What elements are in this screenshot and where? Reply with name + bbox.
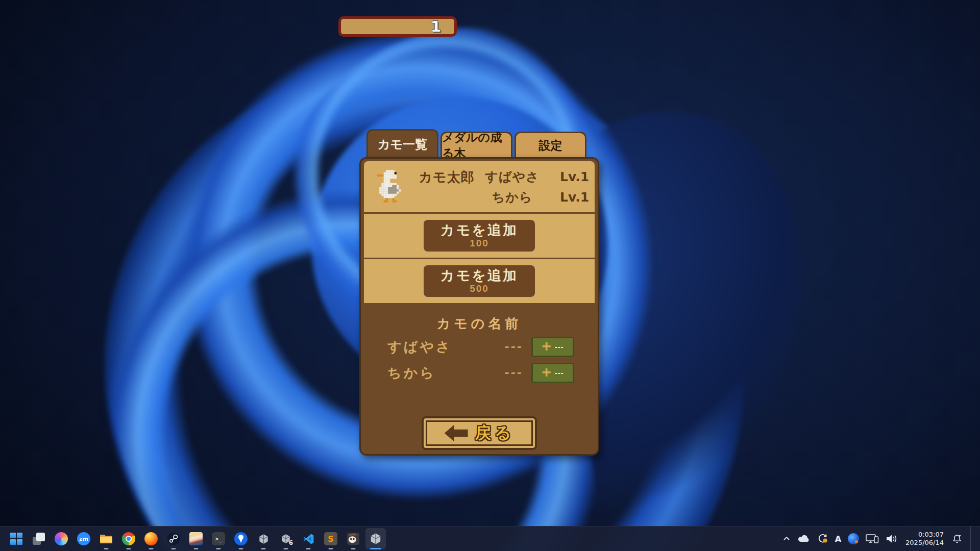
clock-time: 0:03:07 [905, 531, 944, 539]
running-indicator [216, 548, 221, 549]
volume-icon[interactable] [885, 529, 899, 549]
taskbar-icon-blue-pin-app[interactable] [230, 527, 252, 551]
add-duck-cost: 500 [470, 283, 489, 294]
plus-icon: + [542, 364, 551, 380]
system-tray: A 0:03:07 2025/06/14 [781, 527, 980, 551]
back-arrow-icon [445, 424, 468, 442]
clock[interactable]: 0:03:07 2025/06/14 [905, 531, 944, 547]
stat-label: ちから [478, 189, 547, 206]
taskbar-icon-file-explorer[interactable] [95, 527, 117, 551]
duck-counter-value: 1 [431, 18, 441, 35]
duck-name: カモ太郎 [415, 168, 478, 186]
taskbar-icon-terminal[interactable]: >_ [207, 527, 230, 551]
running-indicator [149, 548, 154, 549]
taskbar-icon-chrome[interactable] [117, 527, 140, 551]
tab-settings[interactable]: 設定 [514, 132, 586, 158]
duck-name-section: カモの名前 すばやさ---+---ちから---+--- 戻る [364, 305, 595, 450]
upgrade-button-value: --- [555, 342, 564, 351]
taskbar-icon-firefox[interactable] [140, 527, 162, 551]
duck-list-row[interactable]: カモ太郎 すばやさLv.1ちからLv.1 [364, 161, 595, 212]
running-indicator [172, 548, 176, 549]
taskbar-icon-vscode[interactable] [297, 527, 320, 551]
taskbar-icon-unity-6[interactable]: 6 [275, 527, 297, 551]
taskbar-icon-sublime-text[interactable]: S [320, 527, 342, 551]
show-desktop-button[interactable] [970, 527, 973, 551]
taskbar-icon-copilot[interactable] [50, 527, 72, 551]
onedrive-icon[interactable] [796, 529, 812, 549]
taskbar-icon-task-view[interactable] [28, 527, 50, 551]
running-indicator [284, 548, 288, 549]
taskbar-icon-gimp[interactable] [342, 527, 364, 551]
upgrade-cost-value: --- [505, 340, 523, 353]
running-indicator [351, 548, 356, 549]
upgrade-row: ちから---+--- [364, 361, 595, 385]
taskbar-icon-unity-hub[interactable] [252, 527, 275, 551]
hidden-icons-chevron-icon[interactable] [781, 529, 792, 549]
upgrade-button-power[interactable]: +--- [531, 363, 574, 383]
upgrade-stat-label: すばやさ [387, 338, 505, 356]
taskbar-icon-anime-app[interactable] [185, 527, 207, 551]
game-panel: カモ一覧メダルの成る木設定 カモ太郎 すばやさLv.1ちからLv.1 カモを追加… [359, 129, 599, 456]
taskbar-icon-unity-editor[interactable] [364, 527, 387, 551]
tray-color-sphere-icon[interactable] [847, 529, 860, 549]
duck-stat-row: ちからLv.1 [478, 189, 589, 206]
back-button[interactable]: 戻る [422, 416, 537, 450]
running-indicator [306, 548, 311, 549]
stat-level: Lv.1 [560, 190, 589, 205]
upgrade-stat-label: ちから [387, 364, 505, 382]
add-duck-cost: 100 [470, 238, 489, 249]
running-indicator [104, 548, 109, 549]
ime-mode-indicator[interactable]: A [834, 529, 842, 549]
upgrade-cost-value: --- [505, 366, 523, 379]
stat-upgrade-rows: すばやさ---+---ちから---+--- [364, 335, 595, 385]
add-duck-button-100[interactable]: カモを追加100 [424, 220, 535, 252]
tray-sync-icon[interactable] [816, 529, 829, 549]
svg-text:z: z [959, 534, 961, 538]
upgrade-button-speed[interactable]: +--- [531, 337, 574, 357]
duck-sprite-icon [377, 166, 403, 206]
add-duck-row: カモを追加100 [364, 214, 595, 258]
notification-bell-icon[interactable]: z [950, 529, 964, 549]
panel-tabs: カモ一覧メダルの成る木設定 [366, 129, 586, 158]
cast-display-icon[interactable] [865, 529, 880, 549]
duck-stat-row: すばやさLv.1 [478, 168, 589, 185]
section-title: カモの名前 [364, 315, 595, 333]
desktop: 1 カモ一覧メダルの成る木設定 カモ太郎 すばやさLv.1ちからLv.1 カモを… [0, 0, 980, 551]
add-duck-label: カモを追加 [440, 268, 518, 283]
add-duck-row: カモを追加500 [364, 259, 595, 303]
upgrade-button-value: --- [555, 368, 564, 377]
panel-body: カモ太郎 すばやさLv.1ちからLv.1 カモを追加100カモを追加500 カモ… [359, 157, 599, 456]
taskbar-icon-steam[interactable] [162, 527, 185, 551]
stat-label: すばやさ [478, 168, 547, 185]
add-duck-rows: カモを追加100カモを追加500 [364, 214, 595, 303]
running-indicator [329, 548, 333, 549]
plus-icon: + [542, 338, 551, 354]
add-duck-button-500[interactable]: カモを追加500 [424, 265, 535, 297]
add-duck-label: カモを追加 [440, 222, 518, 238]
taskbar-icon-start[interactable] [5, 527, 28, 551]
clock-date: 2025/06/14 [905, 539, 944, 547]
running-indicator [370, 548, 381, 549]
tab-duck-list[interactable]: カモ一覧 [366, 129, 438, 158]
stat-level: Lv.1 [560, 169, 589, 184]
running-indicator [194, 548, 199, 549]
taskbar-app-icons: zm>_6S [0, 527, 387, 551]
running-indicator [239, 548, 243, 549]
taskbar-icon-zoom[interactable]: zm [72, 527, 95, 551]
back-button-label: 戻る [475, 422, 514, 444]
running-indicator [261, 548, 266, 549]
upgrade-row: すばやさ---+--- [364, 335, 595, 359]
duck-stats: すばやさLv.1ちからLv.1 [478, 168, 595, 206]
tab-medal-tree[interactable]: メダルの成る木 [440, 132, 512, 158]
taskbar: zm>_6S A [0, 526, 980, 551]
running-indicator [127, 548, 131, 549]
duck-counter-badge: 1 [338, 16, 457, 37]
